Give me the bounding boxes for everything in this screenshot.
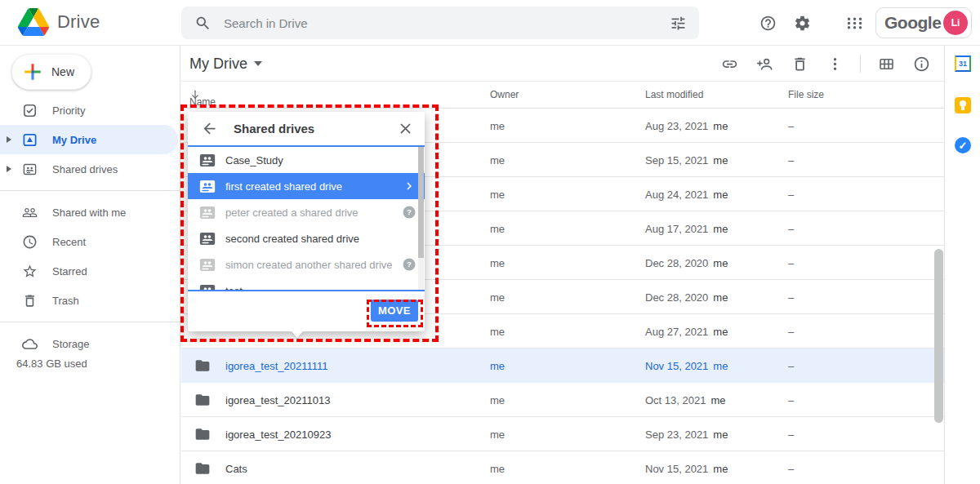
shared-drive-icon — [199, 180, 216, 193]
delete-trash-icon[interactable] — [790, 54, 809, 73]
dialog-pointer-notch — [291, 331, 304, 338]
scrollbar-thumb[interactable] — [934, 249, 943, 423]
column-header-owner[interactable]: Owner — [490, 89, 519, 100]
shared-drive-icon — [199, 284, 216, 292]
list-item-simon-created-another-shared-drive: simon created another shared drive ? — [188, 251, 425, 278]
dialog-title: Shared drives — [234, 122, 395, 135]
new-button[interactable]: New — [11, 54, 91, 90]
action-toolbar — [719, 46, 931, 82]
list-item-second-created-shared-drive[interactable]: second created shared drive — [188, 225, 425, 251]
sidebar-label: Priority — [52, 104, 85, 117]
storage-used-text: 64.83 GB used — [16, 357, 87, 370]
dialog-footer: MOVE — [188, 291, 425, 331]
shared-drive-icon — [199, 232, 216, 246]
sidebar-label: Shared drives — [52, 163, 118, 175]
sidebar-item-recent[interactable]: Recent — [0, 227, 180, 256]
table-header: Name Owner Last modified File size — [181, 82, 944, 109]
sidebar-item-priority[interactable]: Priority — [0, 95, 180, 125]
chevron-down-icon — [254, 61, 262, 66]
list-item-label: first created shared drive — [225, 180, 392, 193]
folder-icon — [194, 426, 211, 442]
sidebar-item-shared-with-me[interactable]: Shared with me — [0, 198, 180, 227]
column-header-modified[interactable]: Last modified — [645, 89, 703, 100]
avatar[interactable]: Li — [943, 11, 968, 35]
location-dropdown[interactable]: My Drive — [189, 46, 262, 82]
shared-drive-icon — [199, 206, 216, 220]
google-wordmark: Google — [884, 13, 941, 33]
svg-text:?: ? — [407, 260, 412, 269]
chevron-right-icon[interactable] — [402, 179, 416, 193]
folder-icon — [194, 392, 211, 408]
sidebar-item-storage[interactable]: Storage — [0, 329, 180, 358]
sidebar-label: Storage — [52, 338, 90, 350]
sidebar-label: Trash — [52, 295, 79, 307]
expand-arrow-icon[interactable] — [7, 166, 11, 172]
topbar: Drive Google Li — [0, 0, 980, 46]
content-header: My Drive — [181, 46, 944, 82]
close-icon[interactable] — [395, 119, 415, 139]
sidebar-item-shared-drives[interactable]: Shared drives — [0, 154, 180, 184]
drive-home-link[interactable]: Drive — [18, 8, 100, 36]
back-arrow-icon[interactable] — [199, 119, 219, 139]
trash-icon — [21, 292, 38, 309]
question-mark-icon: ? — [402, 257, 416, 272]
list-item-test[interactable]: test — [188, 278, 425, 291]
sidebar-label: Recent — [52, 236, 86, 248]
calendar-icon[interactable]: 31 — [955, 56, 971, 72]
google-apps-grid-icon[interactable] — [844, 13, 864, 33]
new-button-label: New — [51, 65, 74, 78]
keep-icon[interactable] — [955, 97, 971, 113]
search-options-icon[interactable] — [668, 13, 688, 33]
get-link-icon[interactable] — [719, 54, 739, 73]
grid-view-icon[interactable] — [876, 54, 896, 73]
drive-logo-icon — [18, 8, 49, 36]
share-person-add-icon[interactable] — [755, 54, 774, 73]
move-button[interactable]: MOVE — [371, 300, 418, 322]
move-dialog: Shared drives Case_Study first created s… — [188, 112, 425, 331]
people-icon — [21, 204, 38, 220]
sidebar-divider — [0, 190, 180, 191]
column-header-name[interactable]: Name — [189, 89, 201, 100]
sidebar-divider — [0, 322, 180, 322]
more-options-icon[interactable] — [825, 54, 844, 73]
my-drive-icon — [21, 131, 38, 148]
app-name: Drive — [57, 11, 100, 33]
folder-icon — [194, 460, 211, 477]
sidebar-item-my-drive[interactable]: My Drive — [0, 125, 178, 154]
plus-icon — [22, 61, 43, 82]
info-icon[interactable] — [911, 54, 931, 73]
search-bar[interactable] — [181, 7, 699, 39]
settings-gear-icon[interactable] — [792, 13, 812, 33]
side-panel: 31 ✓ — [944, 46, 980, 484]
cloud-icon — [21, 335, 38, 352]
sidebar-item-starred[interactable]: Starred — [0, 256, 180, 286]
list-item-label: test — [225, 285, 416, 292]
shared-drives-list: Case_Study first created shared drive pe… — [188, 145, 425, 291]
column-header-size[interactable]: File size — [788, 89, 824, 100]
search-input[interactable] — [224, 16, 668, 30]
list-item-label: second created shared drive — [225, 233, 416, 245]
table-row-selected[interactable]: igorea_test_20211111 me Nov 15, 2021me – — [181, 349, 944, 383]
list-item-first-created-shared-drive[interactable]: first created shared drive — [188, 173, 425, 199]
sidebar-label: Starred — [52, 265, 87, 278]
tasks-icon[interactable]: ✓ — [955, 137, 971, 153]
google-drive-app: Drive Google Li — [0, 0, 980, 484]
clock-icon — [21, 233, 38, 250]
table-row[interactable]: igorea_test_20211013 me Oct 13, 2021me – — [181, 383, 944, 417]
dialog-header: Shared drives — [188, 112, 425, 145]
google-account-chip[interactable]: Google Li — [875, 7, 972, 38]
table-row[interactable]: Cats me Nov 15, 2021me – — [181, 451, 944, 484]
svg-text:?: ? — [407, 207, 412, 216]
list-item-label: simon created another shared drive — [225, 259, 392, 271]
expand-arrow-icon[interactable] — [7, 136, 11, 143]
list-item-label: Case_Study — [225, 154, 416, 167]
folder-icon — [194, 357, 211, 374]
help-icon[interactable] — [758, 13, 777, 33]
sidebar-item-trash[interactable]: Trash — [0, 286, 180, 315]
search-icon[interactable] — [193, 13, 212, 33]
list-item-case-study[interactable]: Case_Study — [188, 147, 425, 173]
dialog-scrollbar-thumb[interactable] — [418, 147, 424, 258]
table-row[interactable]: igorea_test_20210923 me Sep 23, 2021me – — [181, 417, 944, 451]
sidebar-label: Shared with me — [52, 206, 126, 219]
priority-icon — [21, 102, 38, 118]
